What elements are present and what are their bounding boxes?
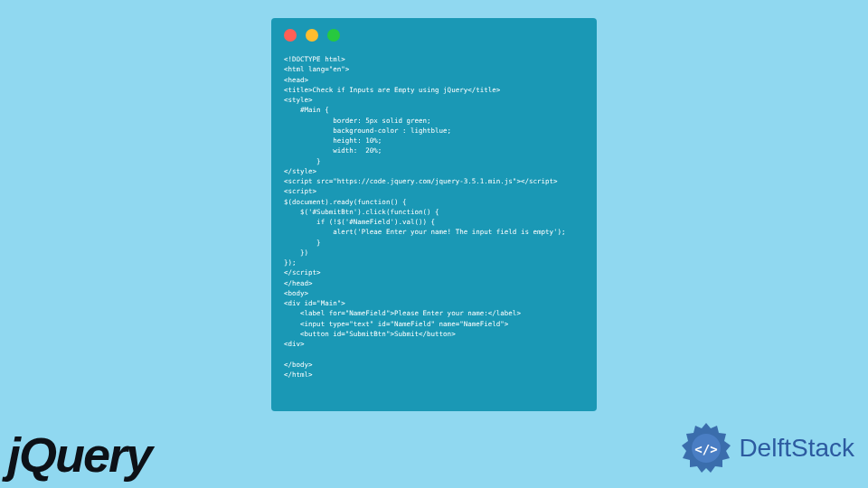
- code-line: }: [284, 157, 321, 165]
- close-icon: [284, 29, 297, 42]
- code-line: <label for="NameField">Please Enter your…: [284, 309, 521, 317]
- code-line: <div id="Main">: [284, 299, 345, 307]
- code-line: <body>: [284, 289, 308, 297]
- code-line: }: [284, 239, 321, 247]
- code-line: width: 20%;: [284, 146, 382, 155]
- code-line: }): [284, 249, 308, 257]
- code-line: <script src="https://code.jquery.com/jqu…: [284, 177, 558, 185]
- code-line: <title>Check if Inputs are Empty using j…: [284, 86, 500, 94]
- delftstack-logo: </> DelftStack: [679, 421, 854, 475]
- delftstack-text: DelftStack: [739, 434, 854, 463]
- code-line: <script>: [284, 187, 316, 195]
- code-line: <input type="text" id="NameField" name="…: [284, 320, 508, 328]
- code-line: });: [284, 258, 297, 267]
- code-line: </html>: [284, 371, 313, 379]
- code-line: $(document).ready(function() {: [284, 198, 406, 206]
- svg-text:</>: </>: [695, 442, 718, 456]
- code-line: #Main {: [284, 106, 329, 114]
- jquery-logo: jQuery: [7, 427, 151, 483]
- minimize-icon: [306, 29, 318, 42]
- code-line: <div>: [284, 340, 305, 348]
- code-line: <html lang="en">: [284, 65, 349, 73]
- code-line: if (!$('#NameField').val()) {: [284, 218, 435, 226]
- code-content: <!DOCTYPE html> <html lang="en"> <head> …: [284, 54, 584, 380]
- code-line: height: 10%;: [284, 136, 382, 145]
- code-line: <!DOCTYPE html>: [284, 55, 345, 63]
- window-controls: [284, 29, 584, 42]
- code-window: <!DOCTYPE html> <html lang="en"> <head> …: [271, 18, 597, 411]
- code-line: background-color : lightblue;: [284, 127, 451, 135]
- code-line: $('#SubmitBtn').click(function() {: [284, 208, 439, 216]
- code-line: <style>: [284, 96, 313, 104]
- gear-icon: </>: [679, 421, 733, 475]
- code-line: </body>: [284, 361, 313, 369]
- maximize-icon: [327, 29, 340, 42]
- code-line: <head>: [284, 76, 308, 84]
- code-line: alert('Pleae Enter your name! The input …: [284, 228, 566, 236]
- code-line: <button id="SubmitBtn">Submit</button>: [284, 330, 456, 338]
- code-line: </script>: [284, 268, 321, 277]
- code-line: </style>: [284, 167, 316, 175]
- code-line: </head>: [284, 279, 313, 287]
- code-line: border: 5px solid green;: [284, 117, 431, 125]
